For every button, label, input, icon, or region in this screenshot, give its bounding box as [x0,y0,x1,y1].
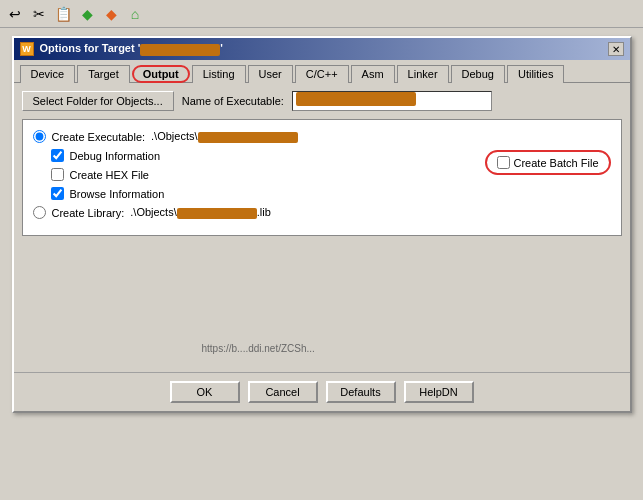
defaults-button[interactable]: Defaults [326,381,396,403]
cancel-button[interactable]: Cancel [248,381,318,403]
tab-cpp[interactable]: C/C++ [295,65,349,83]
create-batch-file-label: Create Batch File [514,157,599,169]
output-options-section: Create Executable: .\Objects\ Debug Info… [22,119,622,236]
create-executable-path: .\Objects\ [151,130,297,143]
tab-listing[interactable]: Listing [192,65,246,83]
create-library-path: .\Objects\.lib [130,206,271,219]
title-icon: W [20,42,34,56]
toolbar-btn-home[interactable]: ⌂ [124,3,146,25]
toolbar-btn-diamond1[interactable]: ◆ [76,3,98,25]
title-bar: W Options for Target '' ✕ [14,38,630,60]
tab-bar: Device Target Output Listing User C/C++ … [14,60,630,82]
bottom-bar: OK Cancel Defaults HelpDN [14,372,630,411]
browse-info-row: Browse Information [51,187,611,200]
create-library-label: Create Library: [52,207,125,219]
ok-button[interactable]: OK [170,381,240,403]
create-batch-area: Create Batch File [485,150,611,175]
create-hex-checkbox[interactable] [51,168,64,181]
name-executable-input[interactable] [292,91,492,111]
toolbar-btn-diamond2[interactable]: ◆ [100,3,122,25]
create-executable-label: Create Executable: [52,131,146,143]
tab-debug[interactable]: Debug [451,65,505,83]
create-batch-section: Create Batch File [485,150,611,175]
select-folder-button[interactable]: Select Folder for Objects... [22,91,174,111]
toolbar-btn-cut[interactable]: ✂ [28,3,50,25]
spacer-area: https://b....ddi.net/ZCSh... [22,244,622,364]
close-button[interactable]: ✕ [608,42,624,56]
create-library-radio[interactable] [33,206,46,219]
help-button[interactable]: HelpDN [404,381,474,403]
browse-info-checkbox[interactable] [51,187,64,200]
tab-utilities[interactable]: Utilities [507,65,564,83]
options-window: W Options for Target '' ✕ Device Target … [12,36,632,413]
watermark-url: https://b....ddi.net/ZCSh... [202,343,315,354]
create-executable-radio[interactable] [33,130,46,143]
create-batch-file-checkbox[interactable] [497,156,510,169]
create-hex-label: Create HEX File [70,169,149,181]
toolbar-btn-copy[interactable]: 📋 [52,3,74,25]
tab-target[interactable]: Target [77,65,130,83]
tab-user[interactable]: User [248,65,293,83]
debug-info-label: Debug Information [70,150,161,162]
toolbar: ↩ ✂ 📋 ◆ ◆ ⌂ [0,0,643,28]
title-bar-text: W Options for Target '' [20,42,223,56]
browse-info-label: Browse Information [70,188,165,200]
name-executable-label: Name of Executable: [182,95,284,107]
tab-asm[interactable]: Asm [351,65,395,83]
window-title: Options for Target '' [40,42,223,55]
create-library-row: Create Library: .\Objects\.lib [33,206,611,219]
tab-output[interactable]: Output [132,65,190,83]
debug-info-checkbox[interactable] [51,149,64,162]
content-area: Select Folder for Objects... Name of Exe… [14,82,630,372]
tab-device[interactable]: Device [20,65,76,83]
tab-linker[interactable]: Linker [397,65,449,83]
toolbar-btn-undo[interactable]: ↩ [4,3,26,25]
top-controls-row: Select Folder for Objects... Name of Exe… [22,91,622,111]
create-executable-row: Create Executable: .\Objects\ [33,130,611,143]
